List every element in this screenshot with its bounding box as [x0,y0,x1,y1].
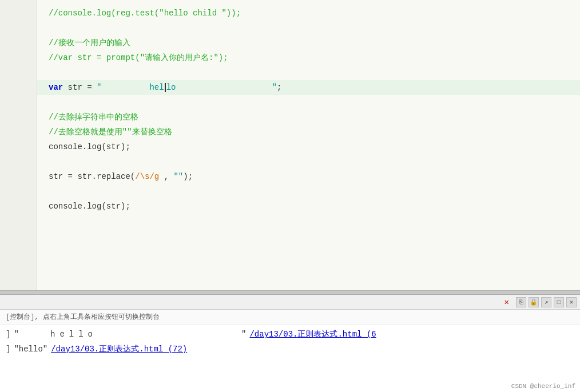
panel-divider [0,290,580,295]
code-text: console.log(str); [49,199,130,214]
keyword-var: var [49,80,63,95]
expand-button[interactable]: □ [554,297,564,307]
code-comment: //console.log(reg.test("hello child ")); [49,6,241,21]
console-panel: ✕ ⎘ 🔒 ↗ □ ✕ [控制台], 点右上角工具条相应按钮可切换控制台 ] "… [0,295,580,392]
code-trailing-spaces: " [176,80,276,95]
code-text: ); [183,169,193,184]
close-button[interactable]: ✕ [566,297,577,307]
console-quote: " [14,327,18,342]
code-text: str = str.replace( [49,169,135,184]
code-regex: /\s/g [135,169,159,184]
code-string: "" [173,169,183,184]
code-comment: //去除空格就是使用""来替换空格 [49,125,172,139]
line-num [0,35,32,50]
line-num [0,95,32,110]
code-text: , [159,169,173,184]
console-hello-spaced: hello [22,327,238,342]
line-num [0,110,32,125]
code-line: str = str.replace(/\s/g , ""); [49,169,580,184]
code-content: //console.log(reg.test("hello child "));… [37,0,580,290]
line-numbers [0,0,37,290]
code-text: console.log(str); [49,139,130,154]
code-hello: hel [149,80,164,95]
console-link[interactable]: /day13/03.正则表达式.html (72) [51,342,187,357]
code-hello2: lo [166,80,176,95]
console-bracket: ] [6,342,10,357]
watermark: CSDN @cheerio_inf [511,383,575,390]
code-comment: //接收一个用户的输入 [49,35,130,50]
line-num [0,169,32,184]
code-line [49,21,580,35]
line-num [0,65,32,80]
code-line [49,65,580,80]
code-semicolon: ; [277,80,281,95]
code-line [49,95,580,110]
code-line: //console.log(reg.test("hello child ")); [49,6,580,21]
code-editor: //console.log(reg.test("hello child "));… [0,0,580,290]
code-line [49,184,580,199]
code-line: //去除空格就是使用""来替换空格 [49,125,580,139]
save-button[interactable]: 🔒 [529,297,539,307]
code-line-highlighted[interactable]: var str = " hello " ; [37,80,580,95]
code-string: " [97,80,149,95]
code-line: console.log(str); [49,139,580,154]
console-row: ] "hello" /day13/03.正则表达式.html (72) [6,342,574,357]
line-num [0,154,32,169]
line-num [0,125,32,139]
line-num [0,80,32,95]
open-button[interactable]: ↗ [541,297,551,307]
code-line: //var str = prompt("请输入你的用户名:"); [49,50,580,65]
console-toolbar: ✕ ⎘ 🔒 ↗ □ ✕ [0,295,580,310]
console-string: "hello" [14,342,47,357]
code-line: //去除掉字符串中的空格 [49,110,580,125]
line-num [0,184,32,199]
line-num [0,50,32,65]
code-line: //接收一个用户的输入 [49,35,580,50]
line-num [0,139,32,154]
console-link[interactable]: /day13/03.正则表达式.html (6 [249,327,376,342]
copy-button[interactable]: ⎘ [516,297,526,307]
console-row: ] " hello " /day13/03.正则表达式.html (6 [6,327,574,342]
close-console-button[interactable]: ✕ [504,297,509,307]
code-line: console.log(str); [49,199,580,214]
console-hint: [控制台], 点右上角工具条相应按钮可切换控制台 [0,310,580,325]
text-cursor [165,83,166,92]
code-line [49,154,580,169]
console-bracket: ] [6,327,10,342]
console-quote-close: " [241,327,246,342]
code-comment: //去除掉字符串中的空格 [49,110,138,125]
line-num [0,6,32,21]
line-num [0,199,32,214]
code-text: str = [63,80,97,95]
line-num [0,21,32,35]
console-output: ] " hello " /day13/03.正则表达式.html (6 ] "h… [0,325,580,392]
code-comment: //var str = prompt("请输入你的用户名:"); [49,50,228,65]
